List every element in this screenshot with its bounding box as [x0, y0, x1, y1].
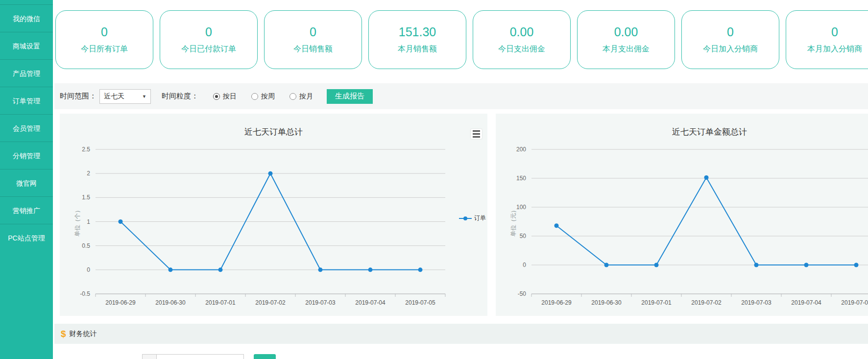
finance-input[interactable]: [156, 354, 244, 359]
svg-text:2019-07-05: 2019-07-05: [841, 299, 868, 306]
order-amount-chart-panel: 近七天订单金额总计 200150100500-502019-06-292019-…: [496, 114, 868, 316]
svg-text:2019-06-30: 2019-06-30: [155, 299, 186, 306]
stat-label: 今日所有订单: [81, 44, 128, 54]
orders-chart-title: 近七天订单总计: [60, 126, 487, 138]
svg-text:2019-07-03: 2019-07-03: [741, 299, 772, 306]
orders-chart-panel: 近七天订单总计 2.521.510.50-0.52019-06-292019-0…: [60, 114, 487, 316]
stat-card-month-commission: 0.00 本月支出佣金: [577, 10, 675, 69]
stat-card-today-commission: 0.00 今日支出佣金: [473, 10, 571, 69]
sidebar-item-distribution-mgmt[interactable]: 分销管理: [0, 142, 53, 169]
sidebar-item-micro-site[interactable]: 微官网: [0, 169, 53, 196]
svg-text:-0.5: -0.5: [80, 290, 90, 297]
svg-text:2: 2: [87, 170, 90, 177]
dashboard-page: 我的微信 商城设置 产品管理 订单管理 会员管理 分销管理 微官网 营销推广 P…: [0, 0, 868, 359]
sidebar: 我的微信 商城设置 产品管理 订单管理 会员管理 分销管理 微官网 营销推广 P…: [0, 0, 53, 359]
svg-text:2019-06-29: 2019-06-29: [105, 299, 136, 306]
radio-icon: [251, 93, 258, 100]
generate-report-button[interactable]: 生成报告: [327, 89, 373, 104]
sidebar-item-member-mgmt[interactable]: 会员管理: [0, 114, 53, 142]
stat-value: 0: [310, 25, 316, 39]
chart-legend[interactable]: 订单: [459, 214, 486, 222]
finance-stats-header: $ 财务统计: [54, 324, 868, 344]
svg-text:0: 0: [87, 266, 90, 273]
sidebar-item-pc-site-mgmt[interactable]: PC站点管理: [0, 224, 53, 251]
stat-label: 本月支出佣金: [603, 44, 650, 54]
radio-label: 按周: [261, 92, 275, 101]
order-amount-chart-title: 近七天订单金额总计: [496, 126, 868, 138]
stat-value: 0: [205, 25, 212, 39]
stat-cards-row: 0 今日所有订单 0 今日已付款订单 0 今日销售额 151.30 本月销售额 …: [55, 10, 868, 69]
svg-text:200: 200: [516, 146, 526, 153]
svg-text:2019-07-04: 2019-07-04: [355, 299, 386, 306]
svg-text:2019-07-04: 2019-07-04: [791, 299, 821, 306]
stat-value: 0: [101, 25, 108, 39]
chevron-down-icon: ▼: [142, 94, 146, 99]
stat-label: 本月销售额: [398, 44, 437, 54]
stat-value: 0.00: [614, 25, 638, 39]
orders-line-chart: 2.521.510.50-0.52019-06-292019-06-302019…: [60, 114, 487, 316]
svg-text:-50: -50: [518, 290, 527, 297]
stat-value: 0: [831, 25, 838, 39]
svg-text:0: 0: [523, 262, 526, 268]
svg-text:2019-07-01: 2019-07-01: [205, 299, 236, 306]
svg-text:2019-07-03: 2019-07-03: [305, 299, 336, 306]
sidebar-item-my-wechat[interactable]: 我的微信: [0, 4, 53, 32]
radio-by-month[interactable]: 按月: [289, 92, 313, 101]
stat-label: 今日已付款订单: [181, 44, 236, 54]
stat-card-today-orders: 0 今日所有订单: [55, 10, 153, 69]
stat-card-month-sales: 151.30 本月销售额: [368, 10, 466, 69]
svg-text:150: 150: [516, 175, 526, 182]
radio-icon: [213, 93, 220, 100]
granularity-label: 时间粒度：: [162, 92, 198, 101]
svg-text:1: 1: [87, 218, 90, 225]
stat-value: 0: [727, 25, 734, 39]
stat-label: 今日加入分销商: [703, 44, 758, 54]
sidebar-item-product-mgmt[interactable]: 产品管理: [0, 59, 53, 87]
svg-text:单位（元）: 单位（元）: [510, 207, 517, 237]
svg-text:1.5: 1.5: [82, 194, 90, 201]
sidebar-cut-item: [0, 0, 53, 4]
sidebar-item-marketing[interactable]: 营销推广: [0, 196, 53, 224]
radio-icon: [289, 93, 296, 100]
dollar-icon: $: [61, 329, 66, 339]
time-range-selected-value: 近七天: [104, 92, 124, 101]
stat-card-month-distributors: 0 本月加入分销商: [786, 10, 868, 69]
stat-label: 今日销售额: [293, 44, 333, 54]
legend-line-marker-icon: [459, 216, 472, 221]
sidebar-item-mall-settings[interactable]: 商城设置: [0, 32, 53, 59]
svg-text:2.5: 2.5: [82, 146, 90, 153]
sidebar-item-order-mgmt[interactable]: 订单管理: [0, 87, 53, 114]
svg-text:50: 50: [520, 233, 527, 239]
svg-text:2019-07-02: 2019-07-02: [255, 299, 286, 306]
time-range-select[interactable]: 近七天 ▼: [99, 89, 151, 104]
report-filter-bar: 时间范围： 近七天 ▼ 时间粒度： 按日 按周 按月 生成报告: [54, 83, 868, 109]
svg-text:2019-06-30: 2019-06-30: [591, 299, 622, 306]
radio-by-day[interactable]: 按日: [213, 92, 237, 101]
radio-label: 按月: [299, 92, 313, 101]
finance-stats-title: 财务统计: [70, 330, 97, 338]
legend-label: 订单: [474, 214, 486, 222]
stat-label: 今日支出佣金: [498, 44, 545, 54]
svg-text:2019-07-05: 2019-07-05: [405, 299, 435, 306]
stat-value: 0.00: [510, 25, 534, 39]
svg-text:0.5: 0.5: [82, 242, 90, 249]
radio-by-week[interactable]: 按周: [251, 92, 275, 101]
order-amount-line-chart: 200150100500-502019-06-292019-06-302019-…: [496, 114, 868, 316]
stat-card-today-sales: 0 今日销售额: [264, 10, 362, 69]
stat-card-today-paid-orders: 0 今日已付款订单: [160, 10, 258, 69]
chart-menu-icon[interactable]: [471, 129, 482, 139]
finance-submit-button[interactable]: [254, 354, 276, 359]
svg-text:2019-07-02: 2019-07-02: [691, 299, 722, 306]
svg-text:2019-07-01: 2019-07-01: [641, 299, 672, 306]
stat-label: 本月加入分销商: [807, 44, 862, 54]
input-group-addon: [142, 354, 157, 359]
svg-text:100: 100: [516, 204, 526, 211]
stat-card-today-distributors: 0 今日加入分销商: [681, 10, 779, 69]
svg-text:单位（个）: 单位（个）: [74, 207, 81, 237]
time-range-label: 时间范围：: [60, 92, 96, 101]
radio-label: 按日: [223, 92, 237, 101]
svg-text:2019-06-29: 2019-06-29: [541, 299, 572, 306]
stat-value: 151.30: [399, 25, 436, 39]
